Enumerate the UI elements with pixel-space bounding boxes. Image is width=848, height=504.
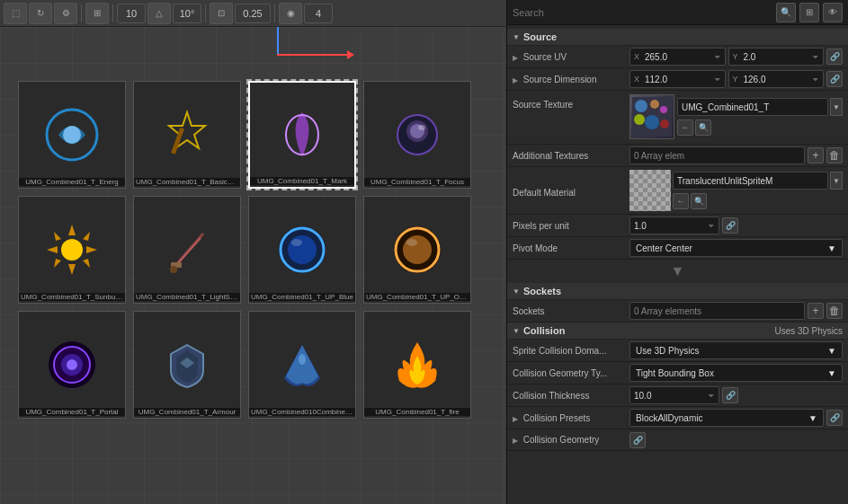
texture-name-box[interactable]: UMG_Combined01_T <box>677 98 828 116</box>
sprite-collision-domain-dropdown[interactable]: Use 3D Physics ▼ <box>629 341 843 359</box>
collision-geometry-type-label: Collision Geometry Ty... <box>513 368 629 378</box>
material-name-box[interactable]: TranslucentUnlitSpriteM <box>673 172 828 190</box>
source-uv-link-btn[interactable]: 🔗 <box>826 49 843 65</box>
svg-point-36 <box>650 100 659 109</box>
tex-sprite-preview <box>630 95 674 138</box>
sockets-add-btn[interactable]: + <box>808 303 824 319</box>
collision-presets-value: BlockAllDynamic ▼ 🔗 <box>629 409 843 427</box>
source-uv-expand[interactable]: ▶ <box>513 54 518 62</box>
source-uv-x-field[interactable]: X 265.0 ⏷ <box>629 48 726 66</box>
settings-btn[interactable]: ⚙ <box>54 3 77 24</box>
svg-marker-10 <box>68 264 76 275</box>
perspective-btn[interactable]: ⬚ <box>4 3 27 24</box>
presets-arrow: ▼ <box>808 413 817 423</box>
sockets-field: 0 Array elements <box>629 302 805 320</box>
source-uv-x-val: 265.0 <box>645 52 712 62</box>
svg-marker-13 <box>54 232 61 241</box>
collision-thickness-link-btn[interactable]: 🔗 <box>722 387 738 403</box>
sprite-label-lightsword: UMG_Combined01_T_LightSword <box>134 293 240 301</box>
additional-textures-add-btn[interactable]: + <box>808 147 824 164</box>
sprite-cell-lightsword[interactable]: UMG_Combined01_T_LightSword <box>133 196 241 304</box>
camera-btn[interactable]: ◉ <box>279 3 302 24</box>
section-header-collision[interactable]: ▼ Collision Uses 3D Physics <box>507 323 848 340</box>
collision-geometry-value: 🔗 <box>629 432 843 448</box>
source-dim-y-field[interactable]: Y 126.0 ⏷ <box>728 70 825 88</box>
toolbar: ⬚ ↻ ⚙ ⊞ △ ⊡ ◉ <box>0 0 506 27</box>
sockets-del-btn[interactable]: 🗑 <box>826 303 843 319</box>
sprite-cell-orb-blue[interactable]: UMG_Combined01_T_UP_Blue <box>248 196 356 304</box>
section-header-source[interactable]: ▼ Source <box>507 29 848 46</box>
sprite-cell-sunburst[interactable]: UMG_Combined01_T_Sunburst <box>18 196 126 304</box>
collision-presets-dropdown[interactable]: BlockAllDynamic ▼ <box>629 409 824 427</box>
sprite-cell-focus[interactable]: UMG_Combined01_T_Focus <box>363 81 471 189</box>
source-collapse-icon: ▼ <box>513 33 520 41</box>
material-search-btn[interactable]: 🔍 <box>691 193 707 209</box>
search-input[interactable] <box>513 7 772 18</box>
pivot-mode-label: Pivot Mode <box>513 243 629 253</box>
collision-presets-link-btn[interactable]: 🔗 <box>826 410 843 426</box>
collision-collapse-icon: ▼ <box>513 327 520 335</box>
sprite-cell-fire[interactable]: UMG_Combined01_T_fire <box>363 311 471 419</box>
source-uv-y-field[interactable]: Y 2.0 ⏷ <box>728 48 825 66</box>
sprite-cell-portal[interactable]: UMG_Combined01_T_Portal <box>18 311 126 419</box>
svg-point-7 <box>418 125 425 130</box>
pixels-per-unit-field[interactable]: 1.0 ⏷ <box>629 217 719 234</box>
sprite-label-orb-blue: UMG_Combined01_T_UP_Blue <box>249 293 355 301</box>
source-uv-value: X 265.0 ⏷ Y 2.0 ⏷ 🔗 <box>629 48 843 66</box>
sep4 <box>274 4 275 22</box>
additional-textures-value: 0 Array elem + 🗑 <box>629 146 843 164</box>
pivot-mode-dropdown[interactable]: Center Center ▼ <box>629 239 843 257</box>
svg-point-38 <box>634 114 645 125</box>
ppu-link-btn[interactable]: 🔗 <box>722 217 738 234</box>
dim-x-arrow: ⏷ <box>714 75 721 84</box>
step-input[interactable] <box>117 4 146 23</box>
source-dim-x-field[interactable]: X 112.0 ⏷ <box>629 70 726 88</box>
texture-reset-btn[interactable]: ← <box>677 119 693 136</box>
canvas-area[interactable]: UMG_Combined01_T_Energ UMG_Combined01_T_… <box>0 27 506 504</box>
texture-controls: ← 🔍 <box>677 119 843 136</box>
additional-textures-del-btn[interactable]: 🗑 <box>826 147 843 164</box>
sprite-cell-water[interactable]: UMG_Combined010Combined01_T <box>248 311 356 419</box>
eye-btn[interactable]: 👁 <box>823 3 843 22</box>
section-header-sockets[interactable]: ▼ Sockets <box>507 283 848 300</box>
texture-thumbnail[interactable] <box>629 94 674 139</box>
snap-value-input[interactable] <box>235 4 271 23</box>
sprite-cell-armour[interactable]: UMG_Combined01_T_Armour <box>133 311 241 419</box>
material-reset-btn[interactable]: ← <box>673 193 689 209</box>
svg-point-33 <box>299 354 306 365</box>
search-execute-btn[interactable]: 🔍 <box>776 3 796 22</box>
sprite-label-basictrack: UMG_Combined01_T_BasicTrack <box>134 178 240 186</box>
view-toggle-btn[interactable]: ⊞ <box>799 3 819 22</box>
svg-point-35 <box>635 100 647 112</box>
search-icons: 🔍 ⊞ 👁 <box>776 3 843 22</box>
degrees-input[interactable] <box>173 4 201 23</box>
additional-textures-field: 0 Array elem <box>629 146 805 164</box>
sprite-cell-mark[interactable]: UMG_Combined01_T_Mark <box>248 81 356 189</box>
grid-btn[interactable]: ⊞ <box>85 3 109 24</box>
source-texture-value: UMG_Combined01_T ▼ ← 🔍 <box>629 94 843 139</box>
source-dimension-value: X 112.0 ⏷ Y 126.0 ⏷ 🔗 <box>629 70 843 88</box>
source-dim-link-btn[interactable]: 🔗 <box>826 71 843 87</box>
sprite-cell-energy[interactable]: UMG_Combined01_T_Energ <box>18 81 126 189</box>
pivot-mode-value: Center Center ▼ <box>629 239 843 257</box>
layer-input[interactable] <box>304 4 333 23</box>
material-dropdown-btn[interactable]: ▼ <box>830 172 843 190</box>
source-dim-expand[interactable]: ▶ <box>513 76 518 84</box>
angle-btn[interactable]: △ <box>147 3 171 24</box>
material-selector: TranslucentUnlitSpriteM ▼ ← 🔍 <box>629 170 843 211</box>
collapse-arrow[interactable]: ▼ <box>507 260 848 283</box>
texture-dropdown-btn[interactable]: ▼ <box>830 98 843 116</box>
sprite-cell-basictrack[interactable]: UMG_Combined01_T_BasicTrack <box>133 81 241 189</box>
collision-presets-expand[interactable]: ▶ <box>513 415 518 423</box>
pixels-per-unit-row: Pixels per unit 1.0 ⏷ 🔗 <box>507 215 848 237</box>
rotate-btn[interactable]: ↻ <box>29 3 52 24</box>
collision-geometry-link-btn[interactable]: 🔗 <box>629 432 646 448</box>
sprite-cell-orb-orange[interactable]: UMG_Combined01_T_UP_Orange <box>363 196 471 304</box>
dim-y-arrow: ⏷ <box>812 75 819 84</box>
material-thumbnail[interactable] <box>629 170 671 211</box>
collision-geo-expand[interactable]: ▶ <box>513 437 518 445</box>
collision-thickness-field[interactable]: 10.0 ⏷ <box>629 386 719 404</box>
texture-search-btn[interactable]: 🔍 <box>695 119 711 136</box>
collision-geometry-type-dropdown[interactable]: Tight Bounding Box ▼ <box>629 364 843 382</box>
snap-btn[interactable]: ⊡ <box>210 3 233 24</box>
